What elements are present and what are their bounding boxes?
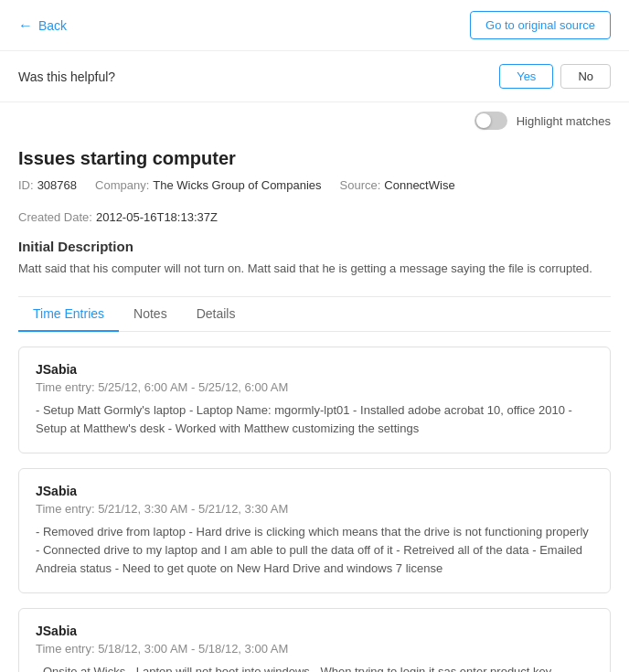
highlight-label: Highlight matches [517,114,611,128]
issue-title: Issues starting computer [18,139,611,169]
helpful-bar: Was this helpful? Yes No [0,51,629,102]
tab-notes[interactable]: Notes [119,297,182,332]
no-button[interactable]: No [560,64,611,89]
meta-id: ID: 308768 [18,178,77,192]
top-bar: ← Back Go to original source [0,0,629,51]
back-label: Back [38,18,67,33]
description-text: Matt said that his computer will not tur… [18,260,611,278]
tab-time-entries[interactable]: Time Entries [18,297,119,332]
highlight-bar: Highlight matches [0,102,629,139]
yes-button[interactable]: Yes [499,64,553,89]
toggle-knob [476,113,491,128]
entry-notes-2: - Onsite at Wicks - Laptop will not boot… [36,663,593,672]
go-to-source-button[interactable]: Go to original source [470,11,611,39]
entry-author-0: JSabia [36,362,593,377]
highlight-toggle[interactable] [474,112,507,130]
entry-time-0: Time entry: 5/25/12, 6:00 AM - 5/25/12, … [36,380,593,394]
source-label: Source: [340,178,381,192]
main-content: Issues starting computer ID: 308768 Comp… [0,139,629,672]
created-value: 2012-05-16T18:13:37Z [96,210,218,224]
company-label: Company: [95,178,149,192]
meta-company: Company: The Wicks Group of Companies [95,178,321,192]
entry-card-2: JSabia Time entry: 5/18/12, 3:00 AM - 5/… [18,608,611,672]
back-link[interactable]: ← Back [18,17,67,34]
entry-author-1: JSabia [36,484,593,498]
entry-card-1: JSabia Time entry: 5/21/12, 3:30 AM - 5/… [18,468,611,593]
helpful-buttons: Yes No [499,64,611,89]
id-label: ID: [18,178,34,192]
meta-row: ID: 308768 Company: The Wicks Group of C… [18,178,611,224]
meta-created: Created Date: 2012-05-16T18:13:37Z [18,210,218,224]
company-value: The Wicks Group of Companies [153,178,321,192]
description-heading: Initial Description [18,239,611,254]
entry-notes-0: - Setup Matt Gormly's laptop - Laptop Na… [36,401,593,438]
tabs: Time Entries Notes Details [18,297,611,332]
entry-card-0: JSabia Time entry: 5/25/12, 6:00 AM - 5/… [18,347,611,453]
back-arrow-icon: ← [18,17,33,34]
entries-list: JSabia Time entry: 5/25/12, 6:00 AM - 5/… [18,347,611,673]
entry-author-2: JSabia [36,624,593,638]
source-value: ConnectWise [384,178,454,192]
id-value: 308768 [37,178,77,192]
tab-details[interactable]: Details [182,297,251,332]
created-label: Created Date: [18,210,92,224]
helpful-question: Was this helpful? [18,69,115,84]
entry-time-2: Time entry: 5/18/12, 3:00 AM - 5/18/12, … [36,642,593,656]
entry-notes-1: - Removed drive from laptop - Hard drive… [36,523,593,578]
meta-source: Source: ConnectWise [340,178,455,192]
entry-time-1: Time entry: 5/21/12, 3:30 AM - 5/21/12, … [36,502,593,516]
